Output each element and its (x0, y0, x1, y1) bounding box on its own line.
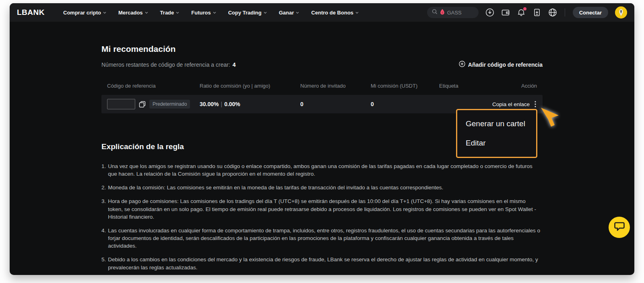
pointer-cursor-annotation (540, 107, 560, 129)
nav-mercados[interactable]: Mercados (118, 10, 148, 16)
col-header-invitado: Número de invitado (300, 83, 371, 89)
chevron-down-icon (176, 12, 179, 14)
chevron-down-icon (355, 12, 359, 14)
commission-ratio-cell: 30.00%|0.00% (200, 101, 300, 107)
download-circle-icon[interactable] (485, 8, 494, 17)
col-header-codigo: Código de referencia (107, 83, 200, 89)
search-input[interactable] (447, 10, 473, 16)
mobile-app-download-icon[interactable] (533, 8, 541, 17)
notifications-bell-icon[interactable] (517, 8, 526, 17)
remaining-codes-value: 4 (233, 62, 236, 68)
col-header-accion: Acción (487, 83, 537, 89)
chat-bubble-icon (614, 222, 625, 233)
actions-dropdown-menu: Generar un cartel Editar (456, 109, 537, 158)
copy-link-button[interactable]: Copia el enlace (492, 101, 530, 107)
action-cell: Copia el enlace (487, 100, 537, 108)
rule-item: 3.Hora de pago de comisiones: Las comisi… (101, 197, 543, 220)
nav-copy-trading[interactable]: Copy Trading (228, 10, 267, 16)
more-actions-kebab-icon[interactable] (534, 100, 537, 108)
remaining-codes-text: Números restantes de código de referenci… (101, 62, 236, 68)
search-box[interactable] (427, 7, 479, 18)
chevron-down-icon (103, 12, 106, 14)
referral-code-cell: Predeterminado (107, 99, 200, 109)
rule-item: 5.Debido a los cambios en las condicione… (101, 256, 543, 271)
nav-comprar-cripto[interactable]: Comprar cripto (63, 10, 106, 16)
referral-codes-table: Código de referencia Ratio de comisión (… (101, 79, 543, 113)
top-navbar: LBANK Comprar cripto Mercados Trade Futu… (10, 3, 634, 22)
navbar-right: Conectar (427, 6, 627, 18)
nav-trade[interactable]: Trade (160, 10, 180, 16)
nav-ganar[interactable]: Ganar (279, 10, 299, 16)
language-globe-icon[interactable] (548, 8, 557, 17)
default-badge: Predeterminado (149, 100, 190, 109)
nav-futuros[interactable]: Futuros (191, 10, 216, 16)
rule-item: 2.Moneda de la comisión: Las comisiones … (101, 184, 543, 191)
lbank-app-window: LBANK Comprar cripto Mercados Trade Futu… (10, 3, 634, 275)
lbank-logo[interactable]: LBANK (17, 8, 45, 17)
navbar-divider (565, 8, 565, 16)
notification-badge-dot (523, 7, 526, 10)
edit-menu-item[interactable]: Editar (466, 139, 536, 148)
rule-item: 1.Una vez que los amigos se registran us… (101, 162, 543, 178)
main-nav: Comprar cripto Mercados Trade Futuros Co… (63, 10, 427, 16)
rules-list: 1.Una vez que los amigos se registran us… (101, 162, 543, 271)
ratio-friend: 0.00% (224, 101, 240, 107)
chevron-down-icon (145, 12, 148, 14)
ratio-separator: | (219, 101, 224, 107)
referral-code-redacted (107, 99, 135, 109)
add-referral-code-button[interactable]: Añadir código de referencia (459, 61, 543, 68)
col-header-etiqueta: Etiqueta (439, 83, 487, 89)
chevron-down-icon (213, 12, 216, 14)
screenshot-frame: LBANK Comprar cripto Mercados Trade Futu… (0, 0, 644, 283)
invited-count-cell: 0 (300, 101, 371, 107)
connect-wallet-button[interactable]: Conectar (573, 7, 608, 18)
ratio-me: 30.00% (200, 101, 219, 107)
my-commission-cell: 0 (371, 101, 439, 107)
user-avatar[interactable] (615, 6, 627, 18)
col-header-comision: Mi comisión (USDT) (371, 83, 439, 89)
generate-poster-menu-item[interactable]: Generar un cartel (466, 119, 536, 128)
table-header-row: Código de referencia Ratio de comisión (… (101, 79, 543, 92)
subheader-row: Números restantes de código de referenci… (101, 61, 543, 68)
page-title: Mi recomendación (101, 44, 543, 54)
search-icon (432, 9, 438, 16)
plus-circle-icon (459, 61, 465, 68)
chevron-down-icon (264, 12, 267, 14)
copy-code-icon[interactable] (139, 101, 146, 108)
support-chat-button[interactable] (609, 217, 630, 238)
nav-centro-de-bonos[interactable]: Centro de Bonos (311, 10, 359, 16)
flame-icon (440, 9, 445, 16)
wallet-icon[interactable] (501, 8, 510, 17)
rule-item: 4.Las cuentas involucradas en cualquier … (101, 227, 543, 250)
col-header-ratio: Ratio de comisión (yo | amigo) (200, 83, 300, 89)
chevron-down-icon (296, 12, 299, 14)
